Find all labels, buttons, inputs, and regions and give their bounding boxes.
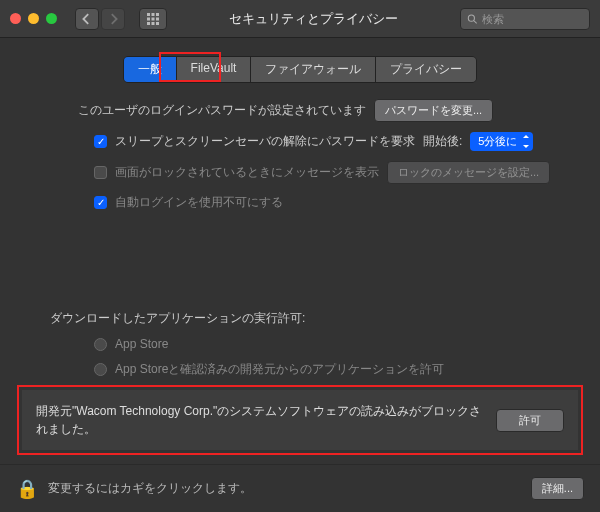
prefs-window: セキュリティとプライバシー 一般 FileVault ファイアウォール プライバ… (0, 0, 600, 512)
tab-filevault[interactable]: FileVault (177, 57, 252, 82)
titlebar: セキュリティとプライバシー (0, 0, 600, 38)
disable-auto-login-label: 自動ログインを使用不可にする (115, 194, 283, 211)
tab-firewall[interactable]: ファイアウォール (251, 57, 376, 82)
traffic-lights (10, 13, 57, 24)
login-status-text: このユーザのログインパスワードが設定されています (78, 102, 366, 119)
change-password-button[interactable]: パスワードを変更... (374, 99, 493, 122)
chevron-left-icon (81, 13, 93, 25)
svg-rect-5 (156, 17, 159, 20)
lock-hint-text: 変更するにはカギをクリックします。 (48, 480, 521, 497)
blocked-software-panel: 開発元"Wacom Technology Corp."のシステムソフトウェアの読… (22, 390, 578, 450)
chevron-right-icon (107, 13, 119, 25)
allow-button[interactable]: 許可 (496, 409, 564, 432)
minimize-icon[interactable] (28, 13, 39, 24)
tab-bar: 一般 FileVault ファイアウォール プライバシー (22, 56, 578, 83)
downloads-section: ダウンロードしたアプリケーションの実行許可: App Store App Sto… (22, 310, 578, 450)
advanced-button[interactable]: 詳細... (531, 477, 584, 500)
downloads-heading: ダウンロードしたアプリケーションの実行許可: (50, 310, 305, 327)
svg-rect-3 (147, 17, 150, 20)
login-section: このユーザのログインパスワードが設定されています パスワードを変更... ✓ ス… (22, 99, 578, 221)
delay-select[interactable]: 5分後に (470, 132, 533, 151)
nav-buttons (75, 8, 125, 30)
close-icon[interactable] (10, 13, 21, 24)
identified-dev-label: App Storeと確認済みの開発元からのアプリケーションを許可 (115, 361, 444, 378)
svg-rect-7 (152, 22, 155, 25)
tab-privacy[interactable]: プライバシー (376, 57, 476, 82)
svg-line-10 (474, 20, 477, 23)
svg-rect-0 (147, 13, 150, 16)
search-input[interactable] (482, 13, 584, 25)
show-all-button[interactable] (139, 8, 167, 30)
require-password-label: スリープとスクリーンセーバの解除にパスワードを要求 (115, 133, 415, 150)
appstore-radio (94, 338, 107, 351)
zoom-icon[interactable] (46, 13, 57, 24)
grid-icon (147, 13, 159, 25)
lock-message-checkbox[interactable] (94, 166, 107, 179)
svg-point-9 (468, 15, 474, 21)
svg-rect-8 (156, 22, 159, 25)
lock-message-label: 画面がロックされているときにメッセージを表示 (115, 164, 379, 181)
footer: 🔒 変更するにはカギをクリックします。 詳細... (0, 464, 600, 512)
window-title: セキュリティとプライバシー (175, 10, 452, 28)
search-field[interactable] (460, 8, 590, 30)
content-area: 一般 FileVault ファイアウォール プライバシー このユーザのログインパ… (0, 38, 600, 464)
appstore-label: App Store (115, 337, 168, 351)
blocked-software-text: 開発元"Wacom Technology Corp."のシステムソフトウェアの読… (36, 402, 482, 438)
svg-rect-6 (147, 22, 150, 25)
identified-dev-radio (94, 363, 107, 376)
lock-icon[interactable]: 🔒 (16, 478, 38, 500)
set-lock-message-button: ロックのメッセージを設定... (387, 161, 550, 184)
back-button[interactable] (75, 8, 99, 30)
svg-rect-4 (152, 17, 155, 20)
svg-rect-1 (152, 13, 155, 16)
tab-general[interactable]: 一般 (124, 57, 177, 82)
forward-button[interactable] (101, 8, 125, 30)
start-after-label: 開始後: (423, 133, 462, 150)
require-password-checkbox[interactable]: ✓ (94, 135, 107, 148)
search-icon (467, 13, 478, 25)
disable-auto-login-checkbox[interactable]: ✓ (94, 196, 107, 209)
svg-rect-2 (156, 13, 159, 16)
